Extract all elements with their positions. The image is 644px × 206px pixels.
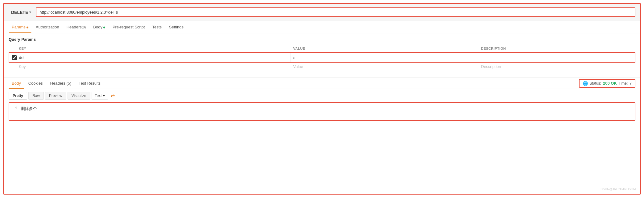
- response-content: 删除多个: [21, 106, 37, 117]
- col-key-header: KEY: [9, 45, 291, 53]
- text-format-chevron: ▾: [103, 94, 105, 98]
- desc-cell: [479, 53, 635, 63]
- key-placeholder: Key: [19, 64, 26, 69]
- status-prefix: Status:: [590, 81, 601, 86]
- bottom-tabs-row: Body Cookies Headers (5) Test Results 🌐: [4, 78, 640, 89]
- desc-input[interactable]: [481, 54, 633, 61]
- query-params-title: Query Params: [9, 37, 635, 42]
- bottom-tabs-left: Body Cookies Headers (5) Test Results: [9, 78, 104, 89]
- params-table: KEY VALUE DESCRIPTION: [9, 45, 635, 70]
- desc-placeholder: Description: [481, 64, 501, 69]
- tab-authorization[interactable]: Authorization: [33, 21, 62, 33]
- tab-headers[interactable]: Headers(8): [64, 21, 89, 33]
- line-number: 1: [12, 106, 17, 117]
- table-row: [9, 53, 635, 63]
- tab-params[interactable]: Params: [9, 21, 31, 33]
- fmt-preview[interactable]: Preview: [45, 92, 66, 100]
- col-value-header: VALUE: [291, 45, 479, 53]
- key-placeholder-cell: Key: [9, 63, 291, 70]
- placeholder-row: Key Value Description: [9, 63, 635, 70]
- bottom-tab-body[interactable]: Body: [9, 78, 24, 89]
- fmt-raw[interactable]: Raw: [28, 92, 44, 100]
- bottom-headers-badge: (5): [66, 81, 71, 86]
- format-tabs: Pretty Raw Preview Visualize Text ▾: [9, 91, 635, 100]
- tab-body[interactable]: Body: [90, 21, 108, 33]
- time-prefix: Time:: [619, 81, 628, 86]
- headers-badge: (8): [82, 25, 86, 29]
- status-code: 200 OK: [603, 81, 617, 86]
- tab-tests[interactable]: Tests: [149, 21, 165, 33]
- row-checkbox[interactable]: [12, 55, 17, 60]
- value-placeholder-cell: Value: [291, 63, 479, 70]
- tab-settings[interactable]: Settings: [166, 21, 187, 33]
- value-cell: [291, 53, 479, 63]
- url-input[interactable]: [36, 7, 635, 17]
- body-dot: [103, 27, 105, 28]
- bottom-section: Body Cookies Headers (5) Test Results 🌐: [4, 78, 640, 123]
- method-chevron: ▾: [29, 11, 31, 14]
- desc-placeholder-cell: Description: [479, 63, 635, 70]
- key-input[interactable]: [19, 54, 288, 61]
- wrap-icon[interactable]: ⇌: [109, 91, 116, 100]
- value-input[interactable]: [293, 54, 476, 61]
- bottom-tab-cookies[interactable]: Cookies: [25, 78, 46, 89]
- tab-pre-request[interactable]: Pre-request Script: [109, 21, 148, 33]
- params-dot: [27, 27, 28, 28]
- response-area: Pretty Raw Preview Visualize Text ▾: [4, 89, 640, 123]
- fmt-visualize[interactable]: Visualize: [68, 92, 90, 100]
- col-desc-header: DESCRIPTION: [479, 45, 635, 53]
- code-block: 1 删除多个: [9, 102, 635, 121]
- value-placeholder: Value: [293, 64, 303, 69]
- watermark: CSDN@JRE2HANDSOME: [601, 187, 638, 191]
- method-selector[interactable]: DELETE ▾: [9, 8, 33, 17]
- bottom-tab-headers[interactable]: Headers (5): [47, 78, 75, 89]
- status-area: 🌐 Status: 200 OK Time: 7: [579, 79, 635, 88]
- text-format-dropdown[interactable]: Text ▾: [92, 92, 108, 100]
- globe-icon: 🌐: [583, 81, 588, 86]
- fmt-pretty[interactable]: Pretty: [9, 92, 27, 100]
- params-content: Query Params KEY VALUE DESCRIPTION: [4, 33, 640, 75]
- key-cell: [9, 53, 291, 63]
- url-bar: DELETE ▾: [4, 4, 640, 21]
- time-value: 7: [630, 81, 632, 86]
- method-label: DELETE: [11, 10, 28, 15]
- top-tabs: Params Authorization Headers(8) Body Pre…: [4, 21, 640, 33]
- bottom-tab-test-results[interactable]: Test Results: [76, 78, 104, 89]
